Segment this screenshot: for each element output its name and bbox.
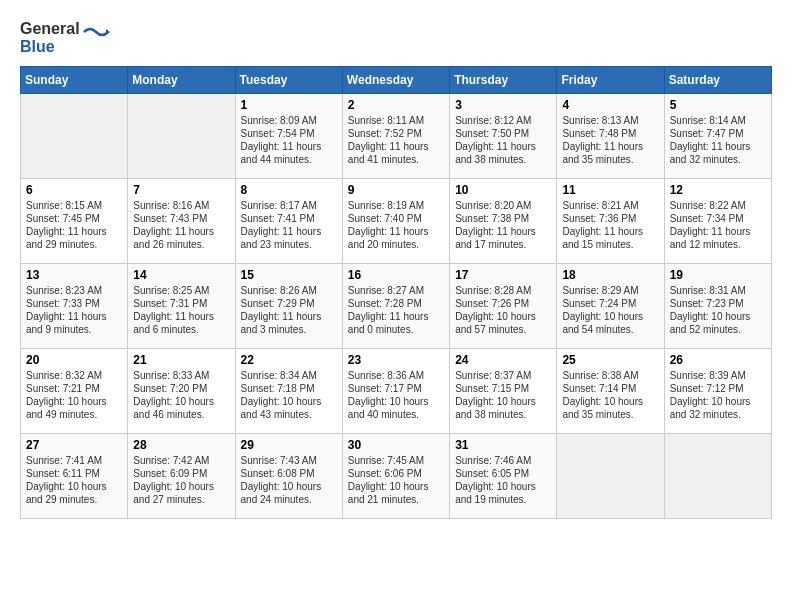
day-number: 8 bbox=[241, 183, 337, 197]
day-info: Sunrise: 8:34 AM Sunset: 7:18 PM Dayligh… bbox=[241, 369, 337, 421]
calendar-header-wednesday: Wednesday bbox=[342, 67, 449, 94]
day-number: 3 bbox=[455, 98, 551, 112]
calendar-body: 1Sunrise: 8:09 AM Sunset: 7:54 PM Daylig… bbox=[21, 94, 772, 519]
calendar-week-5: 27Sunrise: 7:41 AM Sunset: 6:11 PM Dayli… bbox=[21, 434, 772, 519]
calendar-cell: 26Sunrise: 8:39 AM Sunset: 7:12 PM Dayli… bbox=[664, 349, 771, 434]
day-number: 31 bbox=[455, 438, 551, 452]
calendar-cell: 1Sunrise: 8:09 AM Sunset: 7:54 PM Daylig… bbox=[235, 94, 342, 179]
calendar-cell: 31Sunrise: 7:46 AM Sunset: 6:05 PM Dayli… bbox=[450, 434, 557, 519]
day-number: 19 bbox=[670, 268, 766, 282]
calendar-header-friday: Friday bbox=[557, 67, 664, 94]
calendar-cell: 20Sunrise: 8:32 AM Sunset: 7:21 PM Dayli… bbox=[21, 349, 128, 434]
calendar-cell: 9Sunrise: 8:19 AM Sunset: 7:40 PM Daylig… bbox=[342, 179, 449, 264]
calendar-cell: 6Sunrise: 8:15 AM Sunset: 7:45 PM Daylig… bbox=[21, 179, 128, 264]
day-info: Sunrise: 8:09 AM Sunset: 7:54 PM Dayligh… bbox=[241, 114, 337, 166]
day-number: 21 bbox=[133, 353, 229, 367]
calendar-header-saturday: Saturday bbox=[664, 67, 771, 94]
calendar-cell: 7Sunrise: 8:16 AM Sunset: 7:43 PM Daylig… bbox=[128, 179, 235, 264]
calendar-week-2: 6Sunrise: 8:15 AM Sunset: 7:45 PM Daylig… bbox=[21, 179, 772, 264]
calendar-cell: 19Sunrise: 8:31 AM Sunset: 7:23 PM Dayli… bbox=[664, 264, 771, 349]
day-info: Sunrise: 8:26 AM Sunset: 7:29 PM Dayligh… bbox=[241, 284, 337, 336]
logo-wave-icon bbox=[82, 20, 110, 38]
day-number: 22 bbox=[241, 353, 337, 367]
day-info: Sunrise: 8:31 AM Sunset: 7:23 PM Dayligh… bbox=[670, 284, 766, 336]
calendar-cell: 17Sunrise: 8:28 AM Sunset: 7:26 PM Dayli… bbox=[450, 264, 557, 349]
calendar-cell: 8Sunrise: 8:17 AM Sunset: 7:41 PM Daylig… bbox=[235, 179, 342, 264]
page-header: General Blue bbox=[20, 20, 772, 56]
calendar-cell: 16Sunrise: 8:27 AM Sunset: 7:28 PM Dayli… bbox=[342, 264, 449, 349]
day-number: 9 bbox=[348, 183, 444, 197]
calendar-table: SundayMondayTuesdayWednesdayThursdayFrid… bbox=[20, 66, 772, 519]
calendar-cell bbox=[128, 94, 235, 179]
day-info: Sunrise: 7:46 AM Sunset: 6:05 PM Dayligh… bbox=[455, 454, 551, 506]
day-number: 16 bbox=[348, 268, 444, 282]
day-info: Sunrise: 8:22 AM Sunset: 7:34 PM Dayligh… bbox=[670, 199, 766, 251]
day-info: Sunrise: 8:25 AM Sunset: 7:31 PM Dayligh… bbox=[133, 284, 229, 336]
day-info: Sunrise: 7:45 AM Sunset: 6:06 PM Dayligh… bbox=[348, 454, 444, 506]
day-number: 20 bbox=[26, 353, 122, 367]
day-info: Sunrise: 8:38 AM Sunset: 7:14 PM Dayligh… bbox=[562, 369, 658, 421]
day-number: 13 bbox=[26, 268, 122, 282]
calendar-cell: 5Sunrise: 8:14 AM Sunset: 7:47 PM Daylig… bbox=[664, 94, 771, 179]
calendar-cell: 18Sunrise: 8:29 AM Sunset: 7:24 PM Dayli… bbox=[557, 264, 664, 349]
calendar-cell: 2Sunrise: 8:11 AM Sunset: 7:52 PM Daylig… bbox=[342, 94, 449, 179]
day-number: 14 bbox=[133, 268, 229, 282]
day-info: Sunrise: 8:37 AM Sunset: 7:15 PM Dayligh… bbox=[455, 369, 551, 421]
calendar-cell bbox=[21, 94, 128, 179]
logo-general-text: General bbox=[20, 20, 80, 38]
calendar-header-sunday: Sunday bbox=[21, 67, 128, 94]
day-number: 7 bbox=[133, 183, 229, 197]
day-info: Sunrise: 8:32 AM Sunset: 7:21 PM Dayligh… bbox=[26, 369, 122, 421]
day-info: Sunrise: 8:21 AM Sunset: 7:36 PM Dayligh… bbox=[562, 199, 658, 251]
logo: General Blue bbox=[20, 20, 110, 56]
calendar-cell: 27Sunrise: 7:41 AM Sunset: 6:11 PM Dayli… bbox=[21, 434, 128, 519]
svg-marker-0 bbox=[106, 29, 110, 35]
day-info: Sunrise: 8:33 AM Sunset: 7:20 PM Dayligh… bbox=[133, 369, 229, 421]
day-info: Sunrise: 7:43 AM Sunset: 6:08 PM Dayligh… bbox=[241, 454, 337, 506]
logo-blue-text: Blue bbox=[20, 38, 55, 55]
calendar-week-3: 13Sunrise: 8:23 AM Sunset: 7:33 PM Dayli… bbox=[21, 264, 772, 349]
day-number: 15 bbox=[241, 268, 337, 282]
day-number: 23 bbox=[348, 353, 444, 367]
day-info: Sunrise: 8:13 AM Sunset: 7:48 PM Dayligh… bbox=[562, 114, 658, 166]
calendar-cell: 10Sunrise: 8:20 AM Sunset: 7:38 PM Dayli… bbox=[450, 179, 557, 264]
day-info: Sunrise: 8:36 AM Sunset: 7:17 PM Dayligh… bbox=[348, 369, 444, 421]
day-info: Sunrise: 8:12 AM Sunset: 7:50 PM Dayligh… bbox=[455, 114, 551, 166]
day-info: Sunrise: 8:27 AM Sunset: 7:28 PM Dayligh… bbox=[348, 284, 444, 336]
day-number: 17 bbox=[455, 268, 551, 282]
calendar-week-4: 20Sunrise: 8:32 AM Sunset: 7:21 PM Dayli… bbox=[21, 349, 772, 434]
calendar-cell: 28Sunrise: 7:42 AM Sunset: 6:09 PM Dayli… bbox=[128, 434, 235, 519]
day-number: 25 bbox=[562, 353, 658, 367]
calendar-header-tuesday: Tuesday bbox=[235, 67, 342, 94]
day-info: Sunrise: 8:14 AM Sunset: 7:47 PM Dayligh… bbox=[670, 114, 766, 166]
calendar-week-1: 1Sunrise: 8:09 AM Sunset: 7:54 PM Daylig… bbox=[21, 94, 772, 179]
calendar-cell bbox=[557, 434, 664, 519]
day-info: Sunrise: 8:23 AM Sunset: 7:33 PM Dayligh… bbox=[26, 284, 122, 336]
day-number: 4 bbox=[562, 98, 658, 112]
calendar-cell: 23Sunrise: 8:36 AM Sunset: 7:17 PM Dayli… bbox=[342, 349, 449, 434]
day-info: Sunrise: 8:16 AM Sunset: 7:43 PM Dayligh… bbox=[133, 199, 229, 251]
day-number: 28 bbox=[133, 438, 229, 452]
calendar-cell bbox=[664, 434, 771, 519]
day-info: Sunrise: 8:19 AM Sunset: 7:40 PM Dayligh… bbox=[348, 199, 444, 251]
day-number: 1 bbox=[241, 98, 337, 112]
day-info: Sunrise: 8:29 AM Sunset: 7:24 PM Dayligh… bbox=[562, 284, 658, 336]
calendar-header-thursday: Thursday bbox=[450, 67, 557, 94]
day-info: Sunrise: 8:39 AM Sunset: 7:12 PM Dayligh… bbox=[670, 369, 766, 421]
day-info: Sunrise: 7:42 AM Sunset: 6:09 PM Dayligh… bbox=[133, 454, 229, 506]
calendar-cell: 22Sunrise: 8:34 AM Sunset: 7:18 PM Dayli… bbox=[235, 349, 342, 434]
calendar-cell: 29Sunrise: 7:43 AM Sunset: 6:08 PM Dayli… bbox=[235, 434, 342, 519]
calendar-header: SundayMondayTuesdayWednesdayThursdayFrid… bbox=[21, 67, 772, 94]
calendar-cell: 3Sunrise: 8:12 AM Sunset: 7:50 PM Daylig… bbox=[450, 94, 557, 179]
day-info: Sunrise: 7:41 AM Sunset: 6:11 PM Dayligh… bbox=[26, 454, 122, 506]
day-number: 6 bbox=[26, 183, 122, 197]
day-info: Sunrise: 8:28 AM Sunset: 7:26 PM Dayligh… bbox=[455, 284, 551, 336]
calendar-cell: 11Sunrise: 8:21 AM Sunset: 7:36 PM Dayli… bbox=[557, 179, 664, 264]
calendar-cell: 24Sunrise: 8:37 AM Sunset: 7:15 PM Dayli… bbox=[450, 349, 557, 434]
day-info: Sunrise: 8:20 AM Sunset: 7:38 PM Dayligh… bbox=[455, 199, 551, 251]
day-number: 24 bbox=[455, 353, 551, 367]
day-number: 2 bbox=[348, 98, 444, 112]
day-number: 18 bbox=[562, 268, 658, 282]
day-number: 29 bbox=[241, 438, 337, 452]
calendar-cell: 14Sunrise: 8:25 AM Sunset: 7:31 PM Dayli… bbox=[128, 264, 235, 349]
